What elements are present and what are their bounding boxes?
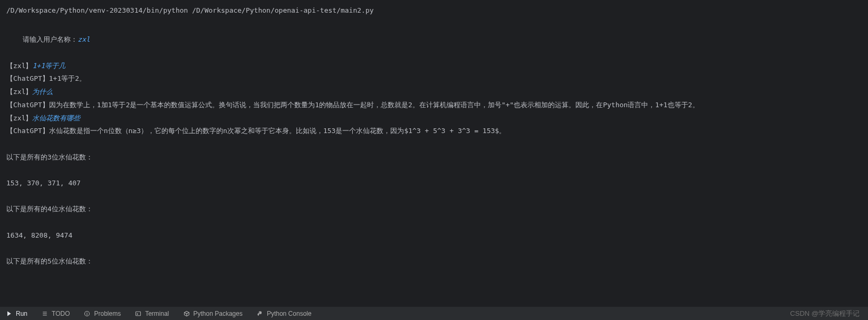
- python-icon: [256, 310, 264, 317]
- tab-terminal[interactable]: Terminal: [132, 310, 171, 317]
- user-message-text: 1+1等于几: [32, 62, 65, 70]
- blank-line: [6, 138, 862, 151]
- blank-line: [6, 164, 862, 177]
- output-line: 以下是所有的4位水仙花数：: [6, 203, 862, 216]
- tab-python-packages-label: Python Packages: [194, 310, 243, 317]
- output-line: 153, 370, 371, 407: [6, 177, 862, 190]
- svg-point-5: [87, 314, 88, 315]
- bot-message-text: 水仙花数是指一个n位数（n≥3），它的每个位上的数字的n次幂之和等于它本身。比如…: [49, 127, 506, 135]
- bot-message-line: 【ChatGPT】水仙花数是指一个n位数（n≥3），它的每个位上的数字的n次幂之…: [6, 125, 862, 138]
- watermark: CSDN @学亮编程手记: [790, 309, 860, 318]
- console-output[interactable]: /D/Workspace/Python/venv-20230314/bin/py…: [0, 0, 868, 306]
- tab-todo-label: TODO: [52, 310, 70, 317]
- bottom-tool-tabs: Run TODO Problems Terminal Python Packag…: [0, 306, 868, 320]
- output-line: 以下是所有的5位水仙花数：: [6, 255, 862, 268]
- blank-line: [6, 242, 862, 255]
- user-message-line: 【zxl】水仙花数有哪些: [6, 112, 862, 125]
- username-input: zxl: [78, 35, 90, 43]
- bot-name-bracket: 【ChatGPT】: [6, 127, 49, 135]
- user-message-line: 【zxl】为什么: [6, 86, 862, 99]
- bot-name-bracket: 【ChatGPT】: [6, 74, 49, 82]
- user-message-text: 水仙花数有哪些: [32, 114, 80, 122]
- user-message-text: 为什么: [32, 88, 53, 96]
- tab-run-label: Run: [16, 310, 27, 317]
- list-icon: [41, 310, 49, 317]
- bot-name-bracket: 【ChatGPT】: [6, 101, 49, 109]
- bot-message-line: 【ChatGPT】1+1等于2。: [6, 72, 862, 86]
- tab-problems[interactable]: Problems: [81, 310, 123, 317]
- package-icon: [183, 310, 190, 317]
- tab-problems-label: Problems: [94, 310, 121, 317]
- bot-message-line: 【ChatGPT】因为在数学上，1加1等于2是一个基本的数值运算公式。换句话说，…: [6, 99, 862, 112]
- prompt-label: 请输入用户名称：: [23, 35, 78, 43]
- svg-rect-6: [136, 312, 141, 316]
- output-line: 以下是所有的3位水仙花数：: [6, 151, 862, 164]
- output-line: 1634, 8208, 9474: [6, 229, 862, 242]
- bot-message-text: 1+1等于2。: [49, 74, 86, 82]
- user-name-bracket: 【zxl】: [6, 88, 32, 96]
- blank-line: [6, 216, 862, 229]
- terminal-icon: [134, 310, 142, 317]
- tab-python-console[interactable]: Python Console: [254, 310, 314, 317]
- user-name-bracket: 【zxl】: [6, 62, 32, 70]
- bot-message-text: 因为在数学上，1加1等于2是一个基本的数值运算公式。换句话说，当我们把两个数量为…: [49, 101, 699, 109]
- blank-line: [6, 190, 862, 203]
- tab-python-packages[interactable]: Python Packages: [181, 310, 245, 317]
- user-name-bracket: 【zxl】: [6, 114, 32, 122]
- warning-icon: [83, 310, 91, 317]
- tab-run[interactable]: Run: [3, 310, 30, 317]
- play-icon: [5, 310, 13, 317]
- command-line: /D/Workspace/Python/venv-20230314/bin/py…: [6, 4, 862, 17]
- tab-todo[interactable]: TODO: [39, 310, 72, 317]
- tab-python-console-label: Python Console: [267, 310, 312, 317]
- user-message-line: 【zxl】1+1等于几: [6, 60, 862, 73]
- username-prompt-line: 请输入用户名称：zxl: [6, 21, 862, 60]
- tab-terminal-label: Terminal: [145, 310, 169, 317]
